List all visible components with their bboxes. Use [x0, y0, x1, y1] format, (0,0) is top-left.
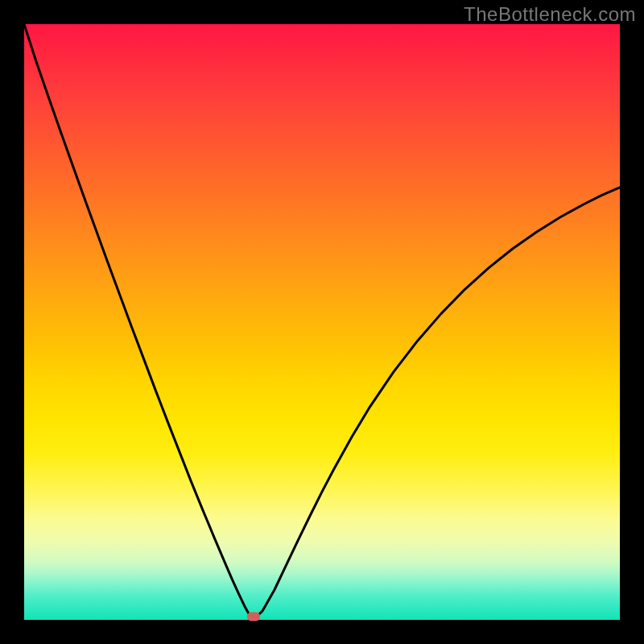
chart-frame: TheBottleneck.com: [0, 0, 644, 644]
bottleneck-curve: [24, 24, 620, 617]
curve-layer: [24, 24, 620, 620]
watermark-text: TheBottleneck.com: [464, 3, 636, 26]
plot-area: [24, 24, 620, 620]
optimal-point-marker: [247, 613, 260, 621]
